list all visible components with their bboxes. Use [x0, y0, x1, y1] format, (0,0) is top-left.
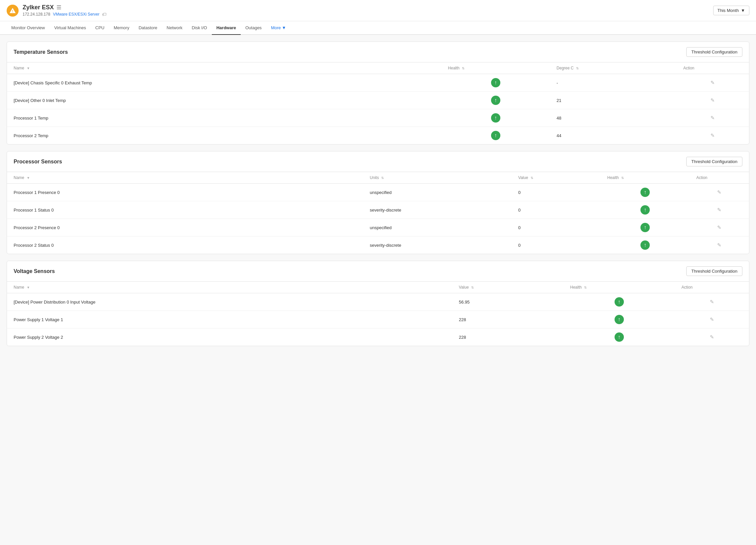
edit-icon[interactable]: ✎ — [717, 225, 721, 230]
health-cell — [441, 74, 550, 92]
health-cell — [441, 92, 550, 109]
action-cell: ✎ — [677, 109, 749, 127]
alert-icon — [7, 5, 19, 17]
table-row: [Device] Other 0 Inlet Temp 21 ✎ — [7, 92, 749, 109]
health-status-icon — [491, 131, 500, 140]
nav-item-hardware[interactable]: Hardware — [212, 21, 241, 35]
time-selector-label: This Month — [717, 8, 739, 13]
sensor-name: Processor 1 Temp — [7, 109, 441, 127]
menu-icon[interactable]: ☰ — [56, 4, 61, 11]
th-units: Units ⇅ — [363, 172, 512, 184]
table-row: Processor 1 Status 0 severity-discrete 0… — [7, 201, 749, 219]
action-cell: ✎ — [690, 184, 749, 201]
edit-icon[interactable]: ✎ — [710, 334, 714, 340]
edit-icon[interactable]: ✎ — [711, 115, 715, 121]
monitor-title: Zylker ESX ☰ — [23, 4, 713, 11]
nav-item-outages[interactable]: Outages — [241, 21, 266, 35]
sensor-name: [Device] Other 0 Inlet Temp — [7, 92, 441, 109]
nav-item-memory[interactable]: Memory — [109, 21, 134, 35]
sort-icon[interactable]: ▼ — [27, 66, 30, 70]
sort-icon[interactable]: ⇅ — [381, 176, 384, 180]
th-value-proc: Value ⇅ — [512, 172, 601, 184]
nav-item-monitor-overview[interactable]: Monitor Overview — [7, 21, 49, 35]
table-row: Processor 1 Temp 48 ✎ — [7, 109, 749, 127]
units-value: unspecified — [363, 184, 512, 201]
edit-icon[interactable]: ✎ — [717, 207, 721, 213]
sensor-name: Power Supply 1 Voltage 1 — [7, 311, 452, 328]
temperature-sensors-section: Temperature Sensors Threshold Configurat… — [7, 42, 749, 144]
health-cell — [563, 293, 675, 311]
edit-icon[interactable]: ✎ — [717, 242, 721, 248]
voltage-sensors-header: Voltage Sensors Threshold Configuration — [7, 261, 749, 282]
th-degree: Degree C ⇅ — [550, 62, 677, 74]
edit-icon[interactable]: ✎ — [711, 133, 715, 138]
nav-item-virtual-machines[interactable]: Virtual Machines — [49, 21, 91, 35]
nav-item-cpu[interactable]: CPU — [91, 21, 109, 35]
th-value-volt: Value ⇅ — [452, 282, 563, 293]
processor-sensors-title: Processor Sensors — [14, 159, 62, 165]
table-row: Processor 1 Presence 0 unspecified 0 ✎ — [7, 184, 749, 201]
table-row: Power Supply 2 Voltage 2 228 ✎ — [7, 328, 749, 346]
numeric-value: 0 — [512, 201, 601, 219]
sort-icon[interactable]: ▼ — [27, 286, 30, 289]
header-info: Zylker ESX ☰ 172.24.128.178 VMware ESX/E… — [23, 4, 713, 17]
numeric-value: 228 — [452, 328, 563, 346]
sort-icon[interactable]: ⇅ — [584, 286, 587, 289]
ip-address: 172.24.128.178 — [23, 12, 50, 17]
health-status-icon — [491, 96, 500, 105]
health-cell — [441, 127, 550, 144]
health-cell — [563, 328, 675, 346]
units-value: severity-discrete — [363, 201, 512, 219]
processor-threshold-btn[interactable]: Threshold Configuration — [686, 157, 742, 166]
action-cell: ✎ — [675, 311, 749, 328]
voltage-threshold-btn[interactable]: Threshold Configuration — [686, 266, 742, 276]
health-cell — [441, 109, 550, 127]
nav-item-disk-io[interactable]: Disk I/O — [187, 21, 211, 35]
numeric-value: 0 — [512, 236, 601, 254]
sensor-name: Processor 1 Presence 0 — [7, 184, 363, 201]
edit-icon[interactable]: ✎ — [717, 189, 721, 195]
action-cell: ✎ — [677, 92, 749, 109]
edit-icon[interactable]: ✎ — [710, 317, 714, 322]
health-status-icon — [640, 240, 650, 250]
temperature-threshold-btn[interactable]: Threshold Configuration — [686, 47, 742, 57]
sort-icon[interactable]: ▼ — [27, 176, 30, 180]
nav-item-datastore[interactable]: Datastore — [134, 21, 162, 35]
sort-icon[interactable]: ⇅ — [462, 66, 464, 70]
numeric-value: 56.95 — [452, 293, 563, 311]
processor-table: Name ▼ Units ⇅ Value ⇅ Health ⇅ — [7, 172, 749, 254]
table-row: Processor 2 Temp 44 ✎ — [7, 127, 749, 144]
title-text: Zylker ESX — [23, 4, 54, 11]
edit-icon[interactable]: ✎ — [710, 299, 714, 305]
nav-item-network[interactable]: Network — [162, 21, 187, 35]
sort-icon[interactable]: ⇅ — [621, 176, 624, 180]
health-status-icon — [640, 223, 650, 232]
action-cell: ✎ — [677, 74, 749, 92]
nav-more[interactable]: More ▼ — [266, 21, 291, 34]
edit-icon[interactable]: ✎ — [711, 80, 715, 85]
sensor-name: Processor 2 Status 0 — [7, 236, 363, 254]
tag-icon[interactable]: 🏷 — [102, 12, 107, 17]
health-cell — [601, 184, 690, 201]
nav-more-label: More — [271, 25, 281, 30]
table-row: [Device] Chasis Specific 0 Exhaust Temp … — [7, 74, 749, 92]
temperature-sensors-header: Temperature Sensors Threshold Configurat… — [7, 42, 749, 62]
sort-icon[interactable]: ⇅ — [576, 66, 579, 70]
table-row: [Device] Power Distribution 0 Input Volt… — [7, 293, 749, 311]
th-name-temp: Name ▼ — [7, 62, 441, 74]
degree-value: - — [550, 74, 677, 92]
temperature-table: Name ▼ Health ⇅ Degree C ⇅ Action — [7, 62, 749, 144]
degree-value: 21 — [550, 92, 677, 109]
main-content: Temperature Sensors Threshold Configurat… — [0, 35, 756, 545]
navigation: Monitor Overview Virtual Machines CPU Me… — [0, 21, 756, 35]
sort-icon[interactable]: ⇅ — [471, 286, 474, 289]
th-health-proc: Health ⇅ — [601, 172, 690, 184]
server-type-link[interactable]: VMware ESX/ESXi Server — [53, 12, 99, 17]
health-cell — [601, 219, 690, 236]
table-row: Processor 2 Presence 0 unspecified 0 ✎ — [7, 219, 749, 236]
edit-icon[interactable]: ✎ — [711, 97, 715, 103]
numeric-value: 228 — [452, 311, 563, 328]
degree-value: 44 — [550, 127, 677, 144]
sort-icon[interactable]: ⇅ — [531, 176, 533, 180]
time-selector[interactable]: This Month ▼ — [713, 6, 749, 15]
